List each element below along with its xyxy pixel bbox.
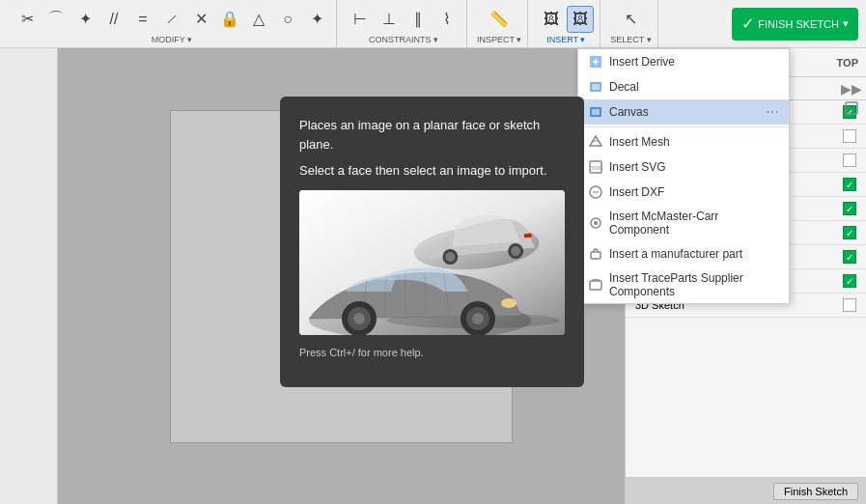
expand-icon[interactable] (845, 101, 858, 118)
c3-icon[interactable]: ∥ (405, 6, 432, 33)
slice-checkbox[interactable] (843, 154, 856, 167)
tooltip-popup: Places an image on a planar face or sket… (280, 97, 584, 387)
constraints-group: ⊢ ⊥ ∥ ⌇ CONSTRAINTS (341, 0, 467, 48)
insert-svg-item[interactable]: SVG Insert SVG (578, 154, 789, 180)
tooltip-line2: Select a face then select an image to im… (299, 161, 565, 181)
insert-manufacturer-label: Insert a manufacturer part (609, 247, 742, 261)
insert-derive-label: Insert Derive (609, 55, 675, 69)
modify-label[interactable]: MODIFY (152, 35, 192, 46)
insert-mesh-item[interactable]: Insert Mesh (578, 129, 789, 154)
canvas-icon (588, 104, 603, 120)
svg-rect-15 (590, 281, 601, 290)
insert-active-icon[interactable]: 🖼 (567, 6, 594, 33)
left-panel (0, 48, 58, 504)
insert-svg-icon: SVG (588, 159, 603, 175)
divider-1 (578, 126, 789, 127)
svg-point-39 (501, 298, 517, 308)
insert-dropdown-menu: Insert Derive Decal Canvas ⋯ Insert Mesh… (577, 48, 790, 304)
show-projected-checkbox[interactable]: ✓ (843, 274, 856, 288)
ruler-icon[interactable]: 📏 (486, 6, 513, 33)
insert-label[interactable]: INSERT (546, 35, 585, 46)
show-points-checkbox[interactable]: ✓ (843, 202, 856, 215)
canvas-item[interactable]: Canvas ⋯ (578, 99, 789, 125)
svg-point-13 (594, 221, 598, 225)
c1-icon[interactable]: ⊢ (347, 6, 374, 33)
top-view-label: TOP (837, 57, 858, 69)
select-label[interactable]: SELECT (610, 35, 651, 46)
constraints-label[interactable]: CONSTRAINTS (369, 35, 438, 46)
insert-mcmaster-label: Insert McMaster-Carr Component (609, 210, 779, 237)
insert-mesh-label: Insert Mesh (609, 135, 670, 149)
insert-derive-item[interactable]: Insert Derive (578, 49, 789, 74)
insert-svg-label: Insert SVG (609, 160, 666, 174)
finish-sketch-label: FINISH SKETCH (758, 18, 839, 30)
svg-rect-0 (846, 102, 857, 114)
trim-icon[interactable]: ✦ (71, 6, 98, 33)
tooltip-image (299, 190, 565, 335)
finish-sketch-bar: Finish Sketch (626, 477, 866, 504)
show-profile-checkbox[interactable]: ✓ (843, 178, 856, 191)
insert-dxf-icon (588, 184, 603, 200)
modify-group: ✂ ⌒ ✦ // = ⟋ ✕ 🔒 △ ○ ✦ MODIFY (8, 0, 337, 48)
insert-manufacturer-item[interactable]: Insert a manufacturer part (578, 241, 789, 266)
svg-point-30 (472, 313, 484, 324)
equal-icon[interactable]: = (129, 6, 156, 33)
svg-text:SVG: SVG (591, 165, 603, 171)
show-constraints-checkbox[interactable]: ✓ (843, 250, 856, 264)
insert-traceparts-icon (588, 277, 603, 293)
inspect-label[interactable]: INSPECT (477, 35, 521, 46)
snap-checkbox[interactable] (843, 129, 856, 143)
inspect-group: 📏 INSPECT (471, 0, 528, 48)
tooltip-footer: Press Ctrl+/ for more help. (299, 345, 565, 361)
finish-sketch-button[interactable]: ✓ FINISH SKETCH ▾ (732, 8, 858, 41)
insert-dxf-label: Insert DXF (609, 185, 664, 199)
fillet-icon[interactable]: ⌒ (42, 6, 70, 33)
c2-icon[interactable]: ⊥ (376, 6, 403, 33)
tooltip-line1: Places an image on a planar face or sket… (299, 116, 565, 154)
insert-mesh-icon (588, 134, 603, 150)
nav-right-icon[interactable]: ▶▶ (841, 81, 862, 97)
point-icon[interactable]: ✦ (303, 6, 330, 33)
decal-item[interactable]: Decal (578, 74, 789, 99)
dropdown-arrow-icon: ▾ (843, 17, 849, 30)
canvas-label: Canvas (609, 105, 649, 119)
select-group: ↖ SELECT (604, 0, 657, 48)
canvas-more-icon[interactable]: ⋯ (766, 104, 779, 120)
c4-icon[interactable]: ⌇ (433, 6, 461, 33)
decal-label: Decal (609, 80, 639, 94)
finish-sketch-bar-button[interactable]: Finish Sketch (773, 483, 858, 500)
lock-icon[interactable]: 🔒 (216, 6, 243, 33)
svg-point-27 (353, 313, 365, 324)
insert-derive-icon (588, 54, 603, 70)
insert-mcmaster-item[interactable]: Insert McMaster-Carr Component (578, 205, 789, 241)
insert-group: 🖼 🖼 INSERT (532, 0, 601, 48)
svg-rect-23 (524, 233, 532, 238)
decal-icon (588, 79, 603, 95)
svg-rect-3 (592, 84, 600, 90)
circle-icon[interactable]: ○ (274, 6, 301, 33)
insert-manufacturer-icon (588, 246, 603, 262)
svg-rect-14 (591, 252, 601, 259)
show-dimensions-checkbox[interactable]: ✓ (843, 226, 856, 239)
break-icon[interactable]: ✕ (187, 6, 214, 33)
svg-rect-5 (592, 109, 600, 115)
select-icon[interactable]: ↖ (618, 6, 645, 33)
offset-icon[interactable]: ⟋ (158, 6, 185, 33)
insert-img-icon[interactable]: 🖼 (538, 6, 565, 33)
checkmark-icon: ✓ (741, 14, 754, 33)
insert-mcmaster-icon (588, 215, 603, 231)
insert-traceparts-label: Insert TraceParts Supplier Components (609, 271, 779, 298)
toolbar: ✂ ⌒ ✦ // = ⟋ ✕ 🔒 △ ○ ✦ MODIFY ⊢ ⊥ ∥ ⌇ CO… (0, 0, 866, 48)
insert-dxf-item[interactable]: Insert DXF (578, 180, 789, 205)
triangle-icon[interactable]: △ (245, 6, 272, 33)
mirror-icon[interactable]: // (100, 6, 127, 33)
insert-traceparts-item[interactable]: Insert TraceParts Supplier Components (578, 266, 789, 303)
cut-icon[interactable]: ✂ (14, 6, 41, 33)
3d-sketch-checkbox[interactable] (843, 298, 856, 312)
